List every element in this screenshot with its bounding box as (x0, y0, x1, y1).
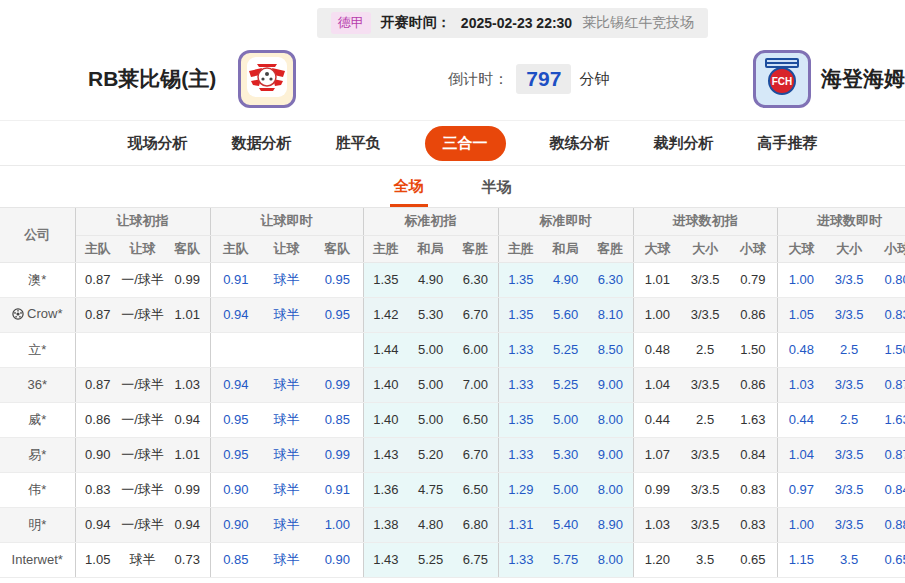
odds-cell: 1.01 (633, 262, 681, 297)
odds-cell: 0.94 (165, 507, 210, 542)
company-cell[interactable]: 澳* (0, 262, 75, 297)
odds-cell: 1.07 (633, 437, 681, 472)
odds-cell: 球半 (261, 472, 312, 507)
odds-cell: 1.29 (498, 472, 543, 507)
main-nav: 现场分析 数据分析 胜平负 三合一 教练分析 裁判分析 高手推荐 (0, 120, 905, 166)
tab-win-draw-lose[interactable]: 胜平负 (336, 134, 381, 153)
table-sub-header-row: 主队 让球 客队 主队 让球 客队 主胜 和局 客胜 主胜 和局 客胜 大球 大… (0, 235, 905, 262)
odds-cell: 0.99 (312, 367, 363, 402)
odds-cell: 3/3.5 (825, 297, 873, 332)
table-group-header-row: 公司 让球初指 让球即时 标准初指 标准即时 进球数初指 进球数即时 (0, 208, 905, 235)
col-header: 客队 (165, 235, 210, 262)
odds-cell: 5.00 (543, 472, 588, 507)
tab-half-match[interactable]: 半场 (478, 168, 516, 205)
odds-cell: 一/球半 (120, 472, 165, 507)
table-row: 明*0.94一/球半0.940.90球半1.001.384.806.801.31… (0, 507, 905, 542)
odds-cell (75, 332, 120, 367)
odds-cell: 1.01 (165, 437, 210, 472)
odds-cell: 一/球半 (120, 297, 165, 332)
tab-coach-analysis[interactable]: 教练分析 (550, 134, 610, 153)
company-cell[interactable]: 明* (0, 507, 75, 542)
odds-cell: 0.87 (873, 437, 905, 472)
league-badge[interactable]: 德甲 (331, 12, 371, 34)
odds-cell: 0.95 (312, 262, 363, 297)
odds-cell: 球半 (120, 542, 165, 577)
odds-cell: 0.87 (75, 297, 120, 332)
tab-referee-analysis[interactable]: 裁判分析 (654, 134, 714, 153)
odds-cell: 1.35 (498, 262, 543, 297)
odds-cell: 0.86 (729, 367, 777, 402)
countdown-minutes: 797 (516, 64, 571, 94)
odds-cell: 0.88 (873, 507, 905, 542)
odds-cell: 3/3.5 (681, 262, 729, 297)
fch-heidenheim-crest-icon: FCH (759, 54, 805, 104)
odds-cell: 1.00 (777, 507, 825, 542)
odds-cell: 3/3.5 (681, 437, 729, 472)
odds-cell: 0.48 (633, 332, 681, 367)
odds-cell: 0.94 (75, 507, 120, 542)
company-cell[interactable]: 威* (0, 402, 75, 437)
odds-cell: 6.70 (453, 297, 498, 332)
odds-cell: 1.63 (729, 402, 777, 437)
company-cell[interactable]: 伟* (0, 472, 75, 507)
odds-cell: 球半 (261, 367, 312, 402)
kickoff-label: 开赛时间： (381, 14, 451, 32)
col-header: 客胜 (588, 235, 633, 262)
odds-cell: 1.44 (363, 332, 408, 367)
company-cell[interactable]: Interwet* (0, 542, 75, 577)
odds-cell: 3/3.5 (681, 472, 729, 507)
odds-cell: 8.00 (588, 472, 633, 507)
odds-cell: 0.65 (729, 542, 777, 577)
away-team-name: 海登海姆 (821, 65, 905, 93)
odds-cell: 8.00 (588, 542, 633, 577)
odds-cell: 5.40 (543, 507, 588, 542)
odds-cell: 6.80 (453, 507, 498, 542)
odds-cell: 5.00 (408, 367, 453, 402)
table-row: Interwet*1.05球半0.730.85球半0.901.435.256.7… (0, 542, 905, 577)
odds-cell: 1.50 (873, 332, 905, 367)
odds-cell: 6.30 (588, 262, 633, 297)
odds-cell: 0.87 (873, 367, 905, 402)
company-cell[interactable]: 36* (0, 367, 75, 402)
tab-three-in-one[interactable]: 三合一 (425, 126, 506, 161)
table-row: 36*0.87一/球半1.030.94球半0.991.405.007.001.3… (0, 367, 905, 402)
odds-cell: 6.00 (453, 332, 498, 367)
odds-cell: 6.30 (453, 262, 498, 297)
company-cell[interactable]: 立* (0, 332, 75, 367)
odds-cell: 0.90 (210, 472, 261, 507)
company-cell[interactable]: 易* (0, 437, 75, 472)
odds-cell: 4.80 (408, 507, 453, 542)
odds-cell: 0.83 (729, 507, 777, 542)
odds-cell: 0.44 (633, 402, 681, 437)
odds-cell: 1.36 (363, 472, 408, 507)
odds-cell: 1.20 (633, 542, 681, 577)
odds-cell: 4.90 (543, 262, 588, 297)
company-cell[interactable]: Crow* (0, 297, 75, 332)
col-header: 让球 (261, 235, 312, 262)
odds-cell: 0.97 (777, 472, 825, 507)
tab-expert-picks[interactable]: 高手推荐 (758, 134, 818, 153)
odds-cell: 3/3.5 (825, 367, 873, 402)
table-row: 威*0.86一/球半0.940.95球半0.851.405.006.501.35… (0, 402, 905, 437)
odds-cell: 0.90 (210, 507, 261, 542)
col-header: 让球 (120, 235, 165, 262)
odds-cell (120, 332, 165, 367)
odds-cell: 6.70 (453, 437, 498, 472)
odds-cell (210, 332, 261, 367)
odds-cell: 1.33 (498, 332, 543, 367)
odds-cell: 1.04 (777, 437, 825, 472)
odds-cell: 一/球半 (120, 402, 165, 437)
odds-cell: 0.95 (210, 402, 261, 437)
odds-cell: 一/球半 (120, 367, 165, 402)
tab-data-analysis[interactable]: 数据分析 (232, 134, 292, 153)
odds-cell: 1.35 (363, 262, 408, 297)
odds-cell: 0.91 (312, 472, 363, 507)
odds-cell: 2.5 (681, 402, 729, 437)
odds-cell: 0.83 (729, 472, 777, 507)
odds-cell: 1.35 (498, 402, 543, 437)
tab-live-analysis[interactable]: 现场分析 (128, 134, 188, 153)
odds-cell: 5.60 (543, 297, 588, 332)
odds-cell: 3/3.5 (681, 507, 729, 542)
tab-full-match[interactable]: 全场 (390, 167, 428, 207)
odds-cell: 5.30 (408, 297, 453, 332)
